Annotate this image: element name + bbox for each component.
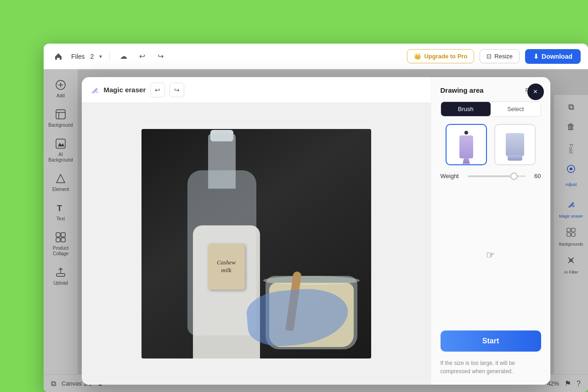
modal-redo-button[interactable]: ↪ [170, 83, 184, 97]
svg-rect-21 [96, 91, 98, 93]
download-button[interactable]: ⬇ Download [525, 49, 581, 64]
weight-slider[interactable] [468, 175, 526, 177]
jar [266, 267, 357, 349]
magic-eraser-tool-icon [89, 84, 100, 95]
hand-cursor-indicator: ☞ [486, 249, 495, 261]
cashew-milk-image[interactable]: Cashewmilk [141, 129, 371, 358]
upgrade-to-pro-button[interactable]: 👑 Upgrade to Pro [407, 49, 474, 63]
resize-icon: ⊡ [486, 53, 492, 60]
modal-image-area: Magic eraser ↩ ↪ [82, 77, 431, 385]
undo-icon[interactable]: ↩ [136, 50, 148, 63]
controls-header: Drawing area Reset [441, 86, 541, 94]
modal-close-button[interactable]: × [527, 84, 544, 100]
redo-icon[interactable]: ↪ [154, 50, 167, 63]
modal-redo-icon: ↪ [174, 86, 180, 94]
brush-select-tabs: Brush Select [441, 101, 541, 117]
modal-undo-button[interactable]: ↩ [150, 83, 165, 97]
files-label: Files [71, 53, 85, 60]
round-brush-icon [459, 131, 473, 158]
download-label: Download [542, 53, 572, 60]
weight-label: Weight [441, 173, 464, 179]
image-background: Cashewmilk [141, 129, 371, 358]
bottle-tag: Cashewmilk [208, 244, 245, 290]
flat-brush-icon [506, 133, 524, 156]
weight-row: Weight 60 [441, 173, 541, 179]
compress-note: If the size is too large, it will be com… [441, 359, 541, 375]
select-tab[interactable]: Select [491, 102, 541, 116]
crown-icon: 👑 [414, 53, 421, 60]
top-toolbar: Files 2 ▾ ☁ ↩ ↪ 👑 Upgrade to Pro ⊡ Resiz… [44, 44, 588, 69]
weight-value: 60 [530, 173, 541, 179]
files-count: 2 [90, 53, 94, 60]
modal-toolbar: Magic eraser ↩ ↪ [82, 77, 431, 103]
bottle-body: Cashewmilk [187, 170, 256, 336]
resize-label: Resize [494, 53, 513, 60]
cloud-save-icon[interactable]: ☁ [117, 50, 130, 63]
close-icon: × [533, 88, 537, 96]
slider-thumb [510, 173, 518, 180]
modal-controls: Drawing area Reset Brush Select [431, 77, 550, 385]
modal-overlay: Magic eraser ↩ ↪ [44, 69, 588, 392]
toolbar-divider [109, 52, 110, 61]
brush-tab[interactable]: Brush [441, 102, 491, 116]
modal-undo-icon: ↩ [155, 86, 160, 94]
magic-eraser-modal: Magic eraser ↩ ↪ [82, 77, 550, 385]
app-window: Files 2 ▾ ☁ ↩ ↪ 👑 Upgrade to Pro ⊡ Resiz… [44, 44, 588, 392]
home-button[interactable] [51, 49, 66, 64]
modal-title: Magic eraser [104, 86, 146, 94]
files-chevron-icon[interactable]: ▾ [99, 53, 102, 60]
brush-style-2[interactable] [494, 124, 536, 165]
drawing-area-title: Drawing area [441, 86, 484, 94]
slider-fill [468, 175, 514, 177]
magic-eraser-tool-label: Magic eraser [89, 84, 146, 95]
download-icon: ⬇ [533, 53, 539, 60]
brush-previews [441, 124, 541, 165]
start-button[interactable]: Start [441, 330, 541, 352]
brush-style-1[interactable] [446, 124, 487, 165]
upgrade-label: Upgrade to Pro [424, 53, 467, 60]
modal-canvas[interactable]: Cashewmilk [82, 103, 431, 385]
resize-button[interactable]: ⊡ Resize [480, 49, 520, 63]
